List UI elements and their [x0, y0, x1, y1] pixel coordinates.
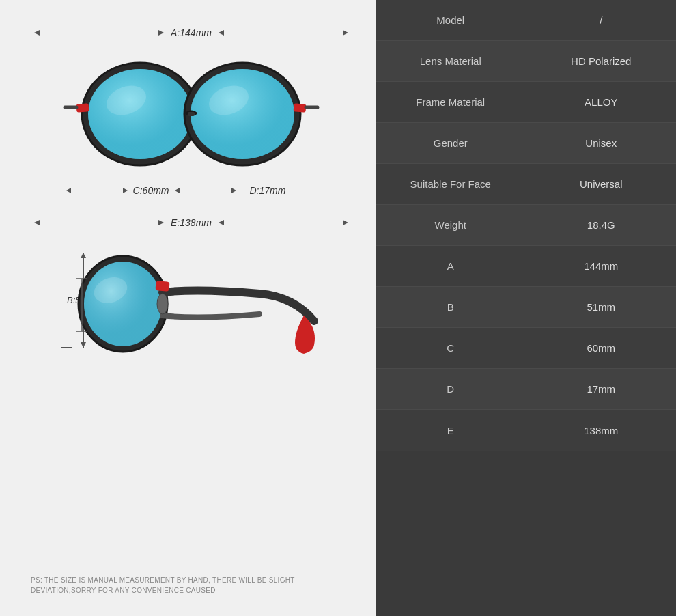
c-line	[66, 191, 128, 191]
spec-label-lens: Lens Material	[376, 47, 526, 75]
spec-row-d: D 17mm	[376, 369, 676, 410]
svg-rect-6	[188, 112, 195, 116]
a-arrow-line-right	[219, 33, 348, 33]
spec-label-d: D	[376, 375, 526, 403]
glasses-side-svg	[61, 232, 321, 382]
e-arrow-line-right	[219, 223, 348, 223]
top-section: A:144mm	[27, 27, 355, 197]
d-section: D:17mm	[250, 184, 286, 197]
spec-value-b: 51mm	[526, 293, 677, 321]
glasses-side-view	[61, 232, 321, 382]
spec-value-c: 60mm	[526, 334, 677, 362]
e-dimension-arrow: E:138mm	[27, 217, 355, 228]
spec-label-b: B	[376, 293, 526, 321]
svg-point-5	[191, 69, 294, 159]
spec-row-e: E 138mm	[376, 410, 676, 451]
spec-row-weight: Weight 18.4G	[376, 205, 676, 246]
spec-row-frame: Frame Material ALLOY	[376, 82, 676, 123]
spec-label-c: C	[376, 334, 526, 362]
c-line-right	[175, 191, 236, 191]
spec-value-weight: 18.4G	[526, 211, 677, 239]
spec-label-weight: Weight	[376, 211, 526, 239]
spec-label-frame: Frame Material	[376, 88, 526, 116]
a-label: A:144mm	[164, 27, 219, 38]
spec-label-e: E	[376, 417, 526, 445]
svg-point-2	[88, 69, 192, 159]
glasses-front-view	[61, 42, 321, 179]
spec-value-lens: HD Polarized	[526, 47, 677, 75]
bottom-dims: C:60mm D:17mm	[27, 184, 287, 197]
spec-value-face: Universal	[526, 170, 677, 198]
side-section: E:138mm B:51mm	[27, 217, 355, 382]
spec-label-gender: Gender	[376, 129, 526, 157]
spec-row-a: A 144mm	[376, 246, 676, 287]
c-label: C:60mm	[128, 185, 175, 196]
spec-table: Model / Lens Material HD Polarized Frame…	[376, 0, 676, 616]
ps-note: PS: THE SIZE IS MANUAL MEASUREMENT BY HA…	[27, 568, 355, 602]
spec-row-face: Suitable For Face Universal	[376, 164, 676, 205]
spec-value-d: 17mm	[526, 375, 677, 403]
spec-row-c: C 60mm	[376, 328, 676, 369]
spec-row-gender: Gender Unisex	[376, 123, 676, 164]
spec-label-a: A	[376, 252, 526, 280]
e-label: E:138mm	[164, 217, 219, 228]
a-dimension-arrow: A:144mm	[27, 27, 355, 38]
a-arrow-line	[34, 33, 164, 33]
spec-label-model: Model	[376, 6, 526, 34]
spec-row-b: B 51mm	[376, 287, 676, 328]
spec-value-e: 138mm	[526, 417, 677, 445]
left-panel: A:144mm	[0, 0, 376, 616]
e-arrow-line-left	[34, 223, 164, 223]
svg-point-15	[84, 262, 162, 346]
glasses-front-svg	[61, 42, 321, 179]
svg-rect-7	[76, 103, 89, 113]
svg-point-17	[157, 294, 168, 314]
spec-value-a: 144mm	[526, 252, 677, 280]
spec-label-face: Suitable For Face	[376, 170, 526, 198]
right-panel: Model / Lens Material HD Polarized Frame…	[376, 0, 676, 616]
spec-row-lens: Lens Material HD Polarized	[376, 41, 676, 82]
d-label: D:17mm	[250, 185, 286, 196]
spec-value-gender: Unisex	[526, 129, 677, 157]
svg-rect-8	[294, 103, 307, 113]
spec-row-model: Model /	[376, 0, 676, 41]
c-arrow: C:60mm	[66, 185, 236, 196]
spec-value-frame: ALLOY	[526, 88, 677, 116]
side-view-container: B:51mm	[61, 232, 321, 382]
spec-value-model: /	[526, 6, 677, 34]
svg-rect-16	[155, 281, 169, 292]
